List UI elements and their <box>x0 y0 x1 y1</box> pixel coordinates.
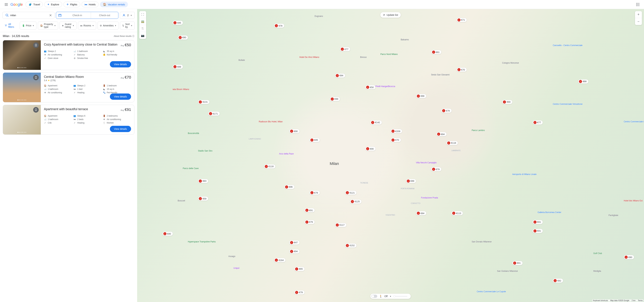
map-price-pin[interactable]: ⌂€209 <box>390 129 402 133</box>
map-price-pin[interactable]: ⌂€171 <box>208 112 220 116</box>
all-filters-button[interactable]: All filters <box>2 22 18 29</box>
attractions-layer-button[interactable]: 📷 <box>139 32 146 39</box>
map-price-pin[interactable]: ⌂€85 <box>172 21 183 25</box>
distance-slider[interactable] <box>394 296 408 296</box>
checkin-input[interactable]: Check-in <box>64 12 91 19</box>
map-price-pin[interactable]: ⌂€84 <box>335 74 345 78</box>
map-price-pin[interactable]: ⌂€125 <box>350 199 362 204</box>
expand-map-button[interactable]: ⛶ <box>139 11 146 18</box>
view-details-button[interactable]: View details <box>110 126 131 132</box>
home-icon: ⌂ <box>174 65 176 68</box>
svg-point-2 <box>638 3 639 4</box>
map-price-pin[interactable]: ⌂€79 <box>294 290 305 294</box>
map-price-pin[interactable]: ⌂€131 <box>198 100 210 104</box>
menu-icon[interactable] <box>3 1 10 8</box>
view-details-button[interactable]: View details <box>110 94 131 100</box>
map-price-pin[interactable]: ⌂€117 <box>335 223 346 227</box>
transit-layer-button[interactable]: 🚃 <box>139 18 146 25</box>
map-price-pin[interactable]: ⌂€79 <box>431 167 442 171</box>
map-price-pin[interactable]: ⌂€164 <box>274 258 286 262</box>
nav-chip-flights[interactable]: ✈Flights <box>64 2 80 7</box>
map-price-pin[interactable]: ⌂€90 <box>502 100 512 104</box>
checkout-input[interactable]: Check-out <box>91 12 118 19</box>
map-price-pin[interactable]: ⌂€90 <box>289 129 300 133</box>
map-price-pin[interactable]: ⌂€93 <box>198 179 208 183</box>
save-button[interactable] <box>33 42 39 48</box>
chip-icon: 🏠 <box>103 3 106 6</box>
google-logo[interactable]: Google <box>10 2 23 7</box>
map-price-pin[interactable]: ⌂€94 <box>289 249 300 253</box>
map-price-pin[interactable]: ⌂€80 <box>178 36 188 40</box>
filter-amenities[interactable]: ⚙Amenities▼ <box>98 22 118 30</box>
keyboard-shortcuts-link[interactable]: Keyboard shortcuts <box>593 299 608 301</box>
map-price-pin[interactable]: ⌂€68 <box>416 94 426 98</box>
about-results-link[interactable]: About these results ⓘ <box>114 35 134 38</box>
apps-icon[interactable] <box>634 1 641 8</box>
map-price-pin[interactable]: ⌂€70 <box>390 138 401 142</box>
map-price-pin[interactable]: ⌂€65 <box>294 267 305 271</box>
map-price-pin[interactable]: ⌂€118 <box>264 164 276 169</box>
map-price-pin[interactable]: ⌂€121 <box>345 191 356 195</box>
nav-chip-explore[interactable]: ✦Explore <box>44 2 62 7</box>
save-button[interactable] <box>33 107 39 113</box>
listing-image[interactable] <box>3 40 41 70</box>
map-price-pin[interactable]: ⌂€79 <box>304 220 315 224</box>
map-price-pin[interactable]: ⌂€85 <box>310 138 320 142</box>
travel-mode-pill[interactable]: 🚶 Off ▼ <box>370 294 411 299</box>
update-list-button[interactable]: ⟳ Update list <box>380 12 401 18</box>
map-price-pin[interactable]: ⌂€78 <box>274 24 284 28</box>
map-price-pin[interactable]: ⌂€90 <box>365 147 376 151</box>
map-price-pin[interactable]: ⌂€59 <box>198 196 208 201</box>
listing-card[interactable]: Apartment with beautiful terrace Avg €91… <box>3 105 134 135</box>
map-price-pin[interactable]: ⌂€142 <box>370 120 382 125</box>
map-price-pin[interactable]: ⌂€91 <box>304 208 315 212</box>
nav-chip-travel[interactable]: 🧳Travel <box>26 2 43 7</box>
clear-icon[interactable] <box>48 13 53 18</box>
map-price-pin[interactable]: ⌂€81 <box>431 50 442 54</box>
map-price-pin[interactable]: ⌂€84 <box>436 132 447 136</box>
terms-link[interactable]: Terms <box>638 299 642 301</box>
map-price-pin[interactable]: ⌂€70 <box>456 68 467 72</box>
map-price-pin[interactable]: ⌂€152 <box>345 243 356 248</box>
map-price-pin[interactable]: ⌂€113 <box>451 211 463 215</box>
map-price-pin[interactable]: ⌂€88 <box>578 79 588 84</box>
guests-selector[interactable]: 2 ▼ <box>120 12 135 19</box>
map-price-pin[interactable]: ⌂€82 <box>553 278 563 283</box>
map-price-pin[interactable]: ⌂€81 <box>532 229 543 233</box>
nav-chip-hotels[interactable]: 🛏Hotels <box>82 2 98 7</box>
zoom-out-button[interactable]: − <box>635 18 642 25</box>
filter-sort-by[interactable]: ⇅Sort by▼ <box>120 22 135 30</box>
filter-price[interactable]: 💲Price▼ <box>20 22 36 30</box>
save-button[interactable] <box>33 75 39 80</box>
map-price-pin[interactable]: ⌂€99 <box>330 97 340 101</box>
listing-card[interactable]: Cozy Apartment with balcony close to Cen… <box>3 40 134 70</box>
restaurant-layer-button[interactable]: 🍴 <box>139 25 146 32</box>
map-price-pin[interactable]: ⌂€84 <box>416 211 426 215</box>
map-price-pin[interactable]: ⌂€81 <box>532 220 543 224</box>
map-price-pin[interactable]: ⌂€118 <box>446 141 458 145</box>
map-price-pin[interactable]: ⌂€80 <box>624 255 634 259</box>
map-price-pin[interactable]: ⌂€79 <box>441 109 452 113</box>
map-price-pin[interactable]: ⌂€77 <box>340 47 350 51</box>
zoom-in-button[interactable]: + <box>635 11 642 18</box>
map-price-pin[interactable]: ⌂€77 <box>532 120 543 125</box>
map-price-pin[interactable]: ⌂€89 <box>406 179 416 183</box>
filter-guest-rating[interactable]: ★Guest rating▼ <box>60 22 76 30</box>
filter-property-type[interactable]: 🏠Property type▼ <box>38 22 58 30</box>
view-details-button[interactable]: View details <box>110 61 131 67</box>
map-price-pin[interactable]: ⌂€81 <box>512 261 523 265</box>
listing-card[interactable]: Central Station Milano Room 3.4 ★ (278) … <box>3 73 134 102</box>
map-price-pin[interactable]: ⌂€89 <box>172 65 183 69</box>
map-price-pin[interactable]: ⌂€86 <box>284 185 294 189</box>
map-price-pin[interactable]: ⌂€47 <box>289 240 300 245</box>
nav-chip-vacation-rentals[interactable]: 🏠Vacation rentals <box>100 2 128 7</box>
toggle[interactable] <box>371 295 377 298</box>
map-price-pin[interactable]: ⌂€80 <box>162 232 173 236</box>
search-input[interactable] <box>10 14 48 17</box>
listing-image[interactable] <box>3 105 41 135</box>
map-price-pin[interactable]: ⌂€79 <box>310 191 320 195</box>
filter-rooms[interactable]: 🛏Rooms▼ <box>78 22 96 30</box>
map-price-pin[interactable]: ⌂€50 <box>365 85 376 89</box>
listing-image[interactable] <box>3 73 41 102</box>
map-price-pin[interactable]: ⌂€71 <box>456 18 467 22</box>
